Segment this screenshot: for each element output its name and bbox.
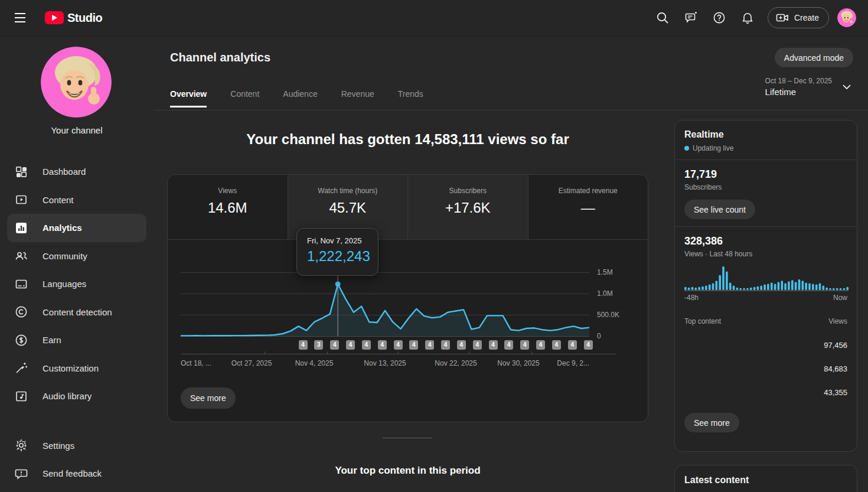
metric-label: Subscribers — [408, 187, 528, 195]
upload-badge[interactable]: 4 — [425, 340, 434, 350]
date-range-picker[interactable]: Oct 18 – Dec 9, 2025 Lifetime — [765, 77, 853, 97]
feedback-icon[interactable] — [679, 6, 703, 30]
account-avatar[interactable] — [837, 8, 856, 27]
advanced-mode-button[interactable]: Advanced mode — [775, 48, 853, 67]
sidebar-item-languages[interactable]: Languages — [0, 270, 154, 298]
realtime-bar — [829, 288, 831, 290]
tab-trends[interactable]: Trends — [398, 89, 423, 107]
realtime-subscribers-value: 17,719 — [684, 168, 847, 181]
top-content-heading: Your top content in this period — [167, 465, 648, 477]
sidebar-item-label: Languages — [43, 279, 86, 289]
realtime-bar — [791, 280, 794, 290]
date-period-text: Lifetime — [765, 87, 832, 97]
top-content-column: Top content — [684, 317, 721, 325]
sidebar-item-earn[interactable]: Earn — [0, 326, 154, 354]
upload-badge[interactable]: 4 — [473, 340, 482, 350]
realtime-bar — [684, 287, 687, 290]
tab-revenue[interactable]: Revenue — [341, 89, 374, 107]
sidebar-item-audio-library[interactable]: Audio library — [0, 382, 154, 410]
x-axis-line — [181, 354, 616, 354]
tab-overview[interactable]: Overview — [170, 89, 207, 107]
top-content-row[interactable]: 84,683 — [684, 357, 847, 380]
realtime-views-value: 328,386 — [684, 235, 847, 247]
upload-badge[interactable]: 4 — [394, 340, 403, 350]
realtime-bar — [836, 288, 838, 290]
sidebar-item-content-detection[interactable]: Content detection — [0, 298, 154, 327]
create-button[interactable]: Create — [768, 7, 829, 28]
tab-content[interactable]: Content — [230, 89, 259, 107]
create-video-icon — [775, 11, 789, 25]
sidebar-item-customization[interactable]: Customization — [0, 354, 154, 383]
realtime-axis-right: Now — [833, 294, 847, 302]
page-title: Channel analytics — [170, 51, 270, 64]
sidebar-item-content[interactable]: Content — [0, 186, 154, 214]
help-icon[interactable] — [707, 6, 731, 30]
sidebar-item-label: Customization — [43, 363, 99, 373]
upload-badge[interactable]: 4 — [552, 340, 561, 350]
y-axis-tick: 500.0K — [597, 311, 619, 319]
sidebar-item-label: Analytics — [43, 223, 82, 233]
realtime-see-more-button[interactable]: See more — [684, 413, 739, 432]
x-axis-tick: Nov 30, 2025 — [497, 359, 539, 367]
sidebar-item-label: Content detection — [43, 307, 112, 317]
upload-badge[interactable]: 4 — [299, 340, 308, 350]
realtime-bar — [733, 286, 735, 290]
top-content-row[interactable]: 97,456 — [684, 333, 847, 357]
upload-badge[interactable]: 3 — [314, 340, 323, 350]
realtime-bar — [729, 282, 732, 290]
upload-badge[interactable]: 4 — [457, 340, 466, 350]
realtime-views-label: Views · Last 48 hours — [684, 250, 847, 258]
upload-badge[interactable]: 4 — [409, 340, 418, 350]
upload-badge[interactable]: 4 — [520, 340, 529, 350]
realtime-bar — [812, 284, 814, 291]
youtube-studio-logo[interactable]: Studio — [45, 11, 102, 25]
upload-badge[interactable]: 4 — [489, 340, 498, 350]
upload-badge[interactable]: 4 — [441, 340, 450, 350]
realtime-bar — [701, 286, 704, 290]
audio-library-icon — [14, 389, 28, 403]
content-icon — [14, 193, 28, 207]
sidebar: Your channel Dashboard Content Analytics — [0, 35, 154, 492]
tab-audience[interactable]: Audience — [283, 89, 317, 107]
see-more-button[interactable]: See more — [181, 387, 236, 409]
metric-label: Estimated revenue — [528, 187, 648, 195]
sidebar-item-label: Settings — [43, 441, 74, 451]
upload-badge[interactable]: 4 — [584, 340, 593, 350]
realtime-bar — [825, 288, 828, 290]
upload-badge[interactable]: 4 — [330, 340, 339, 350]
metric-label: Watch time (hours) — [288, 187, 408, 195]
upload-badge[interactable]: 4 — [346, 340, 355, 350]
date-range-text: Oct 18 – Dec 9, 2025 — [765, 77, 832, 85]
section-divider — [383, 438, 432, 438]
sidebar-item-settings[interactable]: Settings — [0, 432, 154, 460]
views-column: Views — [828, 317, 847, 325]
sidebar-item-dashboard[interactable]: Dashboard — [0, 158, 154, 186]
realtime-bar — [819, 283, 821, 290]
see-live-count-button[interactable]: See live count — [684, 200, 755, 219]
sidebar-item-community[interactable]: Community — [0, 242, 154, 271]
upload-badge[interactable]: 4 — [568, 340, 577, 350]
top-content-row[interactable]: 43,355 — [684, 380, 847, 404]
metric-tab-estimated-revenue[interactable]: Estimated revenue — — [528, 175, 648, 239]
search-icon[interactable] — [651, 6, 674, 30]
channel-avatar[interactable] — [41, 47, 112, 118]
metric-tab-views[interactable]: Views 14.6M — [168, 175, 288, 239]
latest-content-title: Latest content — [675, 465, 857, 492]
notifications-icon[interactable] — [736, 6, 759, 30]
x-axis-tick: Nov 13, 2025 — [364, 359, 406, 367]
metric-tab-subscribers[interactable]: Subscribers +17.6K — [407, 175, 528, 239]
realtime-bar-chart[interactable] — [684, 265, 849, 291]
upload-badge[interactable]: 4 — [378, 340, 387, 350]
upload-badge[interactable]: 4 — [362, 340, 371, 350]
realtime-bar — [688, 288, 690, 290]
sidebar-item-send-feedback[interactable]: Send feedback — [0, 460, 154, 488]
upload-badge[interactable]: 4 — [536, 340, 545, 350]
metric-value: +17.6K — [408, 200, 528, 216]
tooltip-date: Fri, Nov 7, 2025 — [307, 236, 378, 245]
metric-tabs: Views 14.6M Watch time (hours) 45.7K Sub… — [168, 175, 648, 240]
upload-badge[interactable]: 4 — [504, 340, 513, 350]
realtime-bar — [795, 282, 797, 290]
sidebar-item-analytics[interactable]: Analytics — [7, 214, 146, 242]
views-line-chart[interactable] — [181, 266, 589, 343]
menu-icon[interactable] — [8, 6, 32, 30]
